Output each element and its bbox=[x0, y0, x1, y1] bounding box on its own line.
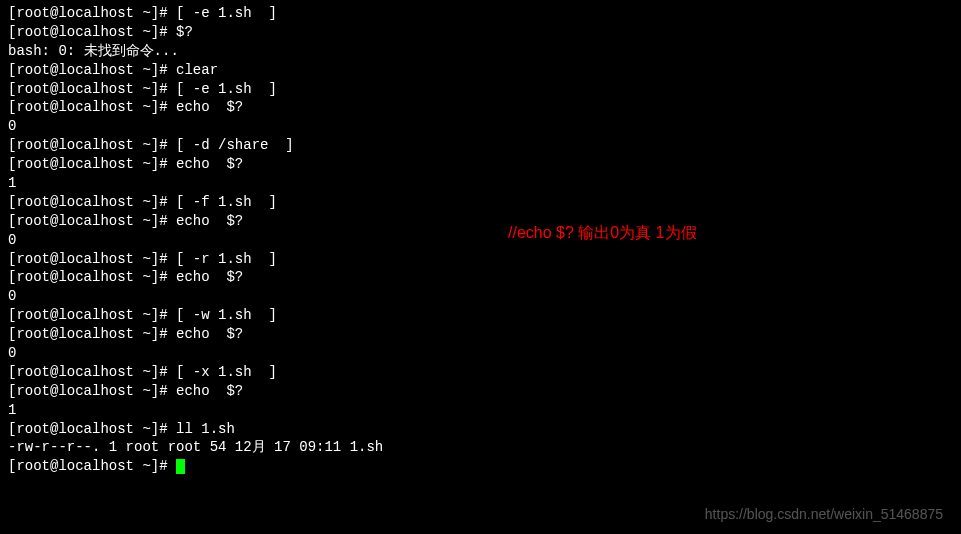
terminal-line: [root@localhost ~]# $? bbox=[8, 23, 953, 42]
terminal-line: 0 bbox=[8, 117, 953, 136]
terminal-line: 0 bbox=[8, 344, 953, 363]
terminal-line: [root@localhost ~]# clear bbox=[8, 61, 953, 80]
terminal-line: [root@localhost ~]# [ -f 1.sh ] bbox=[8, 193, 953, 212]
terminal-line: [root@localhost ~]# echo $? bbox=[8, 155, 953, 174]
terminal-line: 0 bbox=[8, 287, 953, 306]
watermark-text: https://blog.csdn.net/weixin_51468875 bbox=[705, 505, 943, 524]
terminal-line: [root@localhost ~]# [ -e 1.sh ] bbox=[8, 80, 953, 99]
terminal-line: [root@localhost ~]# [ -e 1.sh ] bbox=[8, 4, 953, 23]
terminal-line: [root@localhost ~]# [ -d /share ] bbox=[8, 136, 953, 155]
terminal-line: [root@localhost ~]# [ -r 1.sh ] bbox=[8, 250, 953, 269]
terminal-prompt: [root@localhost ~]# bbox=[8, 458, 176, 474]
terminal-output[interactable]: [root@localhost ~]# [ -e 1.sh ] [root@lo… bbox=[8, 4, 953, 476]
terminal-line: 0 bbox=[8, 231, 953, 250]
terminal-line: [root@localhost ~]# echo $? bbox=[8, 212, 953, 231]
annotation-text: //echo $? 输出0为真 1为假 bbox=[508, 222, 697, 244]
terminal-line: [root@localhost ~]# echo $? bbox=[8, 382, 953, 401]
cursor-icon bbox=[176, 459, 185, 474]
terminal-line: [root@localhost ~]# echo $? bbox=[8, 98, 953, 117]
terminal-line: [root@localhost ~]# echo $? bbox=[8, 268, 953, 287]
terminal-line: [root@localhost ~]# [ -w 1.sh ] bbox=[8, 306, 953, 325]
terminal-line: bash: 0: 未找到命令... bbox=[8, 42, 953, 61]
terminal-line: [root@localhost ~]# [ -x 1.sh ] bbox=[8, 363, 953, 382]
terminal-prompt-line[interactable]: [root@localhost ~]# bbox=[8, 457, 953, 476]
terminal-line: [root@localhost ~]# ll 1.sh bbox=[8, 420, 953, 439]
terminal-line: [root@localhost ~]# echo $? bbox=[8, 325, 953, 344]
terminal-line: 1 bbox=[8, 401, 953, 420]
terminal-line: -rw-r--r--. 1 root root 54 12月 17 09:11 … bbox=[8, 438, 953, 457]
terminal-line: 1 bbox=[8, 174, 953, 193]
